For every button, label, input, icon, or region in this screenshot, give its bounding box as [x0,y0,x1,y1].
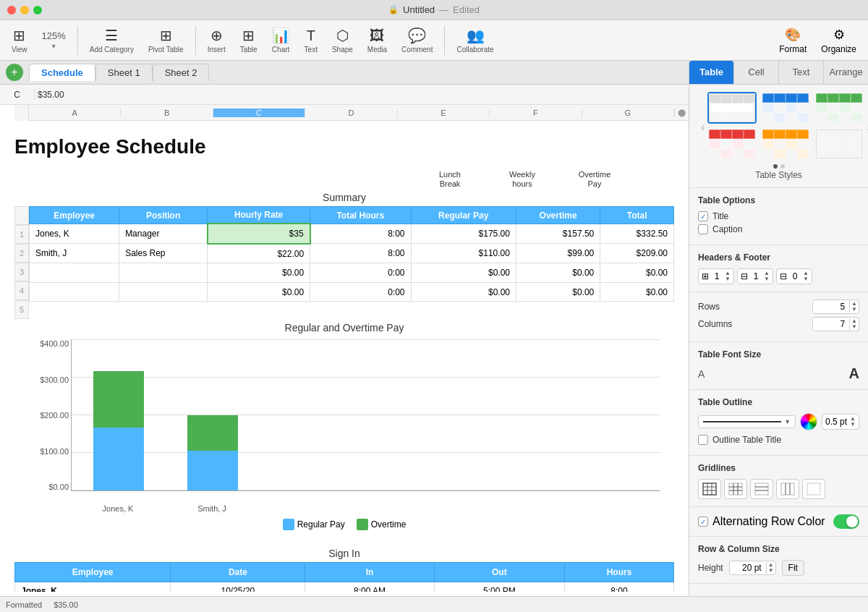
s-employee-1[interactable]: Jones, K [15,582,171,592]
s-hours-1[interactable]: 8:00 [565,582,674,592]
header-rows-down[interactable]: ▼ [725,276,731,282]
footer-rows-control[interactable]: ⊟ 0 ▲ ▼ [776,268,812,284]
cell-position-3[interactable] [119,263,208,282]
height-down[interactable]: ▼ [768,568,774,574]
sheet-tab-sheet2[interactable]: Sheet 2 [153,64,210,81]
style-swatch-5[interactable] [761,128,810,160]
cell-overtime-2[interactable]: $99.00 [516,244,600,263]
collaborate-button[interactable]: 👥 Collaborate [451,27,499,54]
comment-button[interactable]: 💬 Comment [396,27,438,54]
caption-checkbox[interactable] [698,224,708,234]
signin-row-1[interactable]: Jones, K 10/25/20 8:00 AM 5:00 PM 8:00 [15,582,674,592]
rows-stepper[interactable]: ▲ ▼ [849,301,859,313]
cell-total-1[interactable]: $332.50 [600,224,674,244]
cell-position-4[interactable] [119,282,208,301]
header-rows-control[interactable]: ⊞ 1 ▲ ▼ [698,268,734,284]
height-stepper[interactable]: ▲ ▼ [766,562,775,574]
height-field[interactable] [730,561,766,574]
add-sheet-button[interactable]: + [6,64,23,81]
text-button[interactable]: T Text [299,27,323,54]
table-row[interactable]: Jones, K Manager $35 8:00 $175.00 $157.5… [30,224,674,244]
style-swatch-1[interactable] [707,92,757,124]
minimize-button[interactable] [20,6,29,14]
header-rows-stepper[interactable]: ▲ ▼ [725,271,731,282]
organize-button[interactable]: ⚙ Organize [815,24,862,57]
style-swatch-2[interactable] [761,92,810,124]
cell-regular-2[interactable]: $110.00 [411,244,516,263]
cell-employee-3[interactable] [30,263,119,282]
cell-employee-1[interactable]: Jones, K [30,224,119,244]
cell-regular-3[interactable]: $0.00 [411,263,516,282]
panel-tab-text[interactable]: Text [779,61,824,84]
outline-pt-down[interactable]: ▼ [850,422,856,428]
panel-tab-cell[interactable]: Cell [734,61,779,84]
table-row[interactable]: Smith, J Sales Rep $22.00 8:00 $110.00 $… [30,244,674,263]
cols-down[interactable]: ▼ [851,324,857,330]
s-date-1[interactable]: 10/25/20 [171,582,305,592]
view-button[interactable]: ⊞ View [6,27,33,54]
panel-tab-arrange[interactable]: Arrange [824,61,868,84]
sheet-tab-schedule[interactable]: Schedule [29,64,95,81]
cell-employee-2[interactable]: Smith, J [30,244,119,263]
cell-hourly-1[interactable]: $35 [208,224,310,244]
cell-regular-1[interactable]: $175.00 [411,224,516,244]
close-button[interactable] [7,6,16,14]
cell-hourly-3[interactable]: $0.00 [208,263,310,282]
height-input[interactable]: ▲ ▼ [729,561,776,575]
media-button[interactable]: 🖼 Media [362,27,393,54]
table-row[interactable]: $0.00 0:00 $0.00 $0.00 $0.00 [30,263,674,282]
cell-overtime-3[interactable]: $0.00 [516,263,600,282]
spreadsheet-content[interactable]: Employee Schedule LunchBreak Weeklyhours… [0,121,689,592]
gridlines-inner[interactable] [724,479,747,499]
cell-hours-4[interactable]: 0:00 [310,282,411,301]
cell-total-2[interactable]: $209.00 [600,244,674,263]
cell-total-4[interactable]: $0.00 [600,282,674,301]
cell-hours-1[interactable]: 8:00 [310,224,411,244]
table-button[interactable]: ⊞ Table [234,27,263,54]
s-in-1[interactable]: 8:00 AM [305,582,434,592]
maximize-button[interactable] [33,6,42,14]
header-cols-down[interactable]: ▼ [764,276,770,282]
formula-value[interactable]: $35.00 [38,90,683,100]
gridlines-all[interactable] [698,479,721,499]
style-swatch-6[interactable] [814,128,864,160]
rows-down[interactable]: ▼ [851,307,857,313]
title-checkbox[interactable]: ✓ [698,211,708,221]
pivot-table-button[interactable]: ⊞ Pivot Table [142,27,190,54]
gridlines-none[interactable] [802,479,825,499]
cell-employee-4[interactable] [30,282,119,301]
footer-rows-stepper[interactable]: ▲ ▼ [803,271,809,282]
cell-total-3[interactable]: $0.00 [600,263,674,282]
header-cols-control[interactable]: ⊟ 1 ▲ ▼ [737,268,773,284]
zoom-control[interactable]: 125% ▼ [36,30,72,50]
gridlines-vertical[interactable] [776,479,799,499]
style-nav-right-arrow[interactable]: › [864,121,868,134]
rows-input[interactable]: ▲ ▼ [812,299,859,314]
cell-overtime-4[interactable]: $0.00 [516,282,600,301]
cols-field[interactable] [813,318,849,331]
gridlines-horizontal[interactable] [750,479,773,499]
outline-pt-control[interactable]: 0.5 pt ▲ ▼ [822,414,859,430]
alt-row-toggle[interactable] [833,514,859,529]
s-out-1[interactable]: 5:00 PM [434,582,564,592]
cell-regular-4[interactable]: $0.00 [411,282,516,301]
cell-position-1[interactable]: Manager [119,224,208,244]
outline-line-style[interactable]: ▼ [698,415,796,428]
freeze-icon[interactable]: ⬤ [674,109,689,117]
cols-input[interactable]: ▲ ▼ [812,317,859,331]
outline-color-swatch[interactable] [800,413,817,430]
cell-overtime-1[interactable]: $157.50 [516,224,600,244]
cell-hourly-2[interactable]: $22.00 [208,244,310,263]
outline-title-checkbox[interactable] [698,435,708,445]
style-swatch-4[interactable] [707,128,757,160]
cols-stepper[interactable]: ▲ ▼ [849,318,859,330]
cell-hours-2[interactable]: 8:00 [310,244,411,263]
chart-button[interactable]: 📊 Chart [266,27,296,54]
panel-tab-table[interactable]: Table [689,61,734,84]
add-category-button[interactable]: ☰ Add Category [84,27,140,54]
cell-position-2[interactable]: Sales Rep [119,244,208,263]
alt-row-checkbox[interactable]: ✓ [698,517,708,527]
shape-button[interactable]: ⬡ Shape [326,27,359,54]
table-row[interactable]: $0.00 0:00 $0.00 $0.00 $0.00 [30,282,674,301]
format-button[interactable]: 🎨 Format [773,24,812,57]
